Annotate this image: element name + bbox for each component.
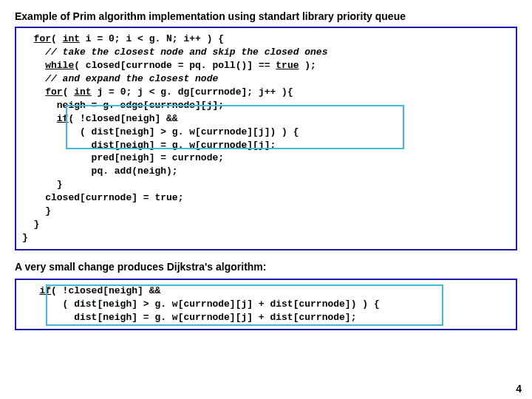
t: ( !closed[neigh] && <box>68 113 177 124</box>
t: } <box>22 179 63 190</box>
t: j = 0; j < g. dg[currnode]; j++ ){ <box>92 86 293 98</box>
kw-int-j: int <box>74 86 91 98</box>
comment-closest: // take the closest node and skip the cl… <box>22 47 327 58</box>
t: } <box>22 205 51 216</box>
kw-true: true <box>276 60 299 71</box>
slide-title: Example of Prim algorithm implementation… <box>15 10 517 22</box>
t: dist[neigh] = g. w[currnode][j] + dist[c… <box>22 312 356 323</box>
kw-for-outer: for <box>34 33 51 44</box>
t: } <box>22 232 28 243</box>
prim-code: for( int i = 0; i < g. N; i++ ) { // tak… <box>22 33 510 245</box>
kw-int-i: int <box>63 33 80 44</box>
kw-for-inner: for <box>45 86 62 98</box>
t: ( dist[neigh] > g. w[currnode][j] + dist… <box>22 299 380 310</box>
dijkstra-code: if( !closed[neigh] && ( dist[neigh] > g.… <box>22 284 510 324</box>
t: } <box>22 219 39 230</box>
kw-while: while <box>45 60 74 71</box>
t: dist[neigh] = g. w[currnode][j]; <box>22 140 276 151</box>
t: ( <box>63 86 75 98</box>
kw-if-2: if <box>39 285 51 296</box>
t: ); <box>299 60 316 71</box>
t: pred[neigh] = currnode; <box>22 152 224 163</box>
prim-code-block: for( int i = 0; i < g. N; i++ ) { // tak… <box>15 27 517 250</box>
t: neigh = g. edge[currnode][j]; <box>22 100 224 111</box>
t: ( closed[currnode = pq. poll()] == <box>74 60 276 71</box>
dijkstra-code-block: if( !closed[neigh] && ( dist[neigh] > g.… <box>15 279 517 330</box>
t: pq. add(neigh); <box>22 166 178 177</box>
t: ( !closed[neigh] && <box>51 285 160 296</box>
t: closed[currnode] = true; <box>22 192 183 203</box>
slide-subtitle: A very small change produces Dijkstra's … <box>15 261 517 273</box>
page-number: 4 <box>516 383 522 395</box>
t: ( dist[neigh] > g. w[currnode][j]) ) { <box>22 126 299 137</box>
t: ( <box>51 33 63 44</box>
kw-if: if <box>57 113 69 124</box>
comment-expand: // and expand the closest node <box>22 73 218 84</box>
t: i = 0; i < g. N; i++ ) { <box>80 33 224 44</box>
